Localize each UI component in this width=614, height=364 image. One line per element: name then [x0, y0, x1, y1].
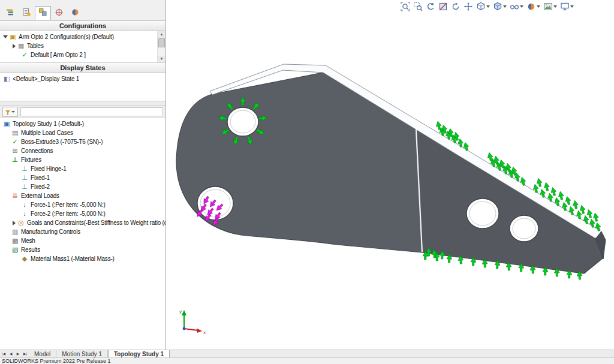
display-state-icon [2, 75, 11, 83]
chevron-down-icon [537, 5, 540, 8]
configuration-icon [8, 33, 17, 41]
tree-label: Fixtures [21, 157, 41, 163]
force-icon [20, 201, 29, 209]
zoom-to-fit-icon[interactable] [401, 2, 410, 11]
caret-right-icon[interactable] [11, 42, 17, 50]
tree-label: Fixed-1 [31, 175, 50, 181]
feature-manager-icon [6, 8, 15, 19]
pan-icon[interactable] [463, 2, 473, 11]
tree-item-manufacturing-controls[interactable]: Manufacturing Controls [0, 227, 165, 236]
tree-label: Arm Opto 2 Configuration(s) (Default) [19, 34, 114, 40]
tree-label: Goals and Constraints(-Best Stiffness to… [27, 219, 165, 226]
tree-item-default-configuration[interactable]: Default [ Arm Opto 2 ] [0, 50, 165, 59]
edit-appearance-icon[interactable] [526, 2, 540, 11]
tree-item-external-loads[interactable]: External Loads [0, 191, 165, 200]
section-view-icon[interactable] [438, 2, 448, 11]
external-loads-icon [11, 192, 19, 200]
caret-down-icon[interactable] [2, 33, 8, 41]
fixtures-icon [11, 156, 19, 164]
tree-label: Material Mass1 (-Material Mass-) [31, 255, 115, 262]
mesh-icon [11, 237, 19, 245]
model-view[interactable]: y x [166, 0, 614, 350]
feature-manager-panel: Configurations Arm Opto 2 Configuration(… [0, 0, 166, 350]
configurations-tree: Arm Opto 2 Configuration(s) (Default) Ta… [0, 31, 165, 62]
tree-item-results[interactable]: Results [0, 245, 165, 254]
load-cases-icon [11, 129, 19, 137]
tree-item-boss-extrude[interactable]: Boss-Extrude3 (-7075-T6 (SN)-) [0, 137, 165, 146]
tab-label: Motion Study 1 [62, 351, 102, 358]
tree-item-mesh[interactable]: Mesh [0, 236, 165, 245]
display-states-list: <Default>_Display State 1 [0, 73, 165, 91]
tree-item-goals-and-constraints[interactable]: Goals and Constraints(-Best Stiffness to… [0, 218, 165, 227]
tree-label: Force-1 (:Per item: -5,000 N:) [31, 201, 106, 208]
dimxpert-manager-icon [55, 8, 64, 19]
graphics-area[interactable]: y x [166, 0, 614, 350]
view-settings-icon[interactable] [560, 2, 574, 11]
tab-feature-manager[interactable] [2, 6, 19, 20]
tab-configuration-manager[interactable] [35, 6, 51, 20]
fixture-icon [20, 174, 29, 182]
previous-view-icon[interactable] [426, 2, 435, 11]
solid-body-check-icon [11, 138, 19, 146]
tree-label: Force-2 (:Per item: -5,000 N:) [31, 210, 106, 217]
tree-label: Connections [21, 148, 53, 154]
tree-label: Results [21, 246, 40, 253]
tree-item-display-state[interactable]: <Default>_Display State 1 [0, 74, 165, 83]
tree-label: Mesh [21, 237, 35, 244]
tree-item-fixed-2[interactable]: Fixed-2 [0, 182, 165, 191]
active-config-check-icon [20, 51, 29, 59]
apply-scene-icon[interactable] [543, 2, 557, 11]
document-tab-bar: Model Motion Study 1 Topology Study 1 [0, 350, 614, 358]
tree-item-fixed-hinge-1[interactable]: Fixed Hinge-1 [0, 164, 165, 173]
tab-display-manager[interactable] [67, 6, 83, 20]
tree-item-force-2[interactable]: Force-2 (:Per item: -5,000 N:) [0, 209, 165, 218]
tree-item-multiple-load-cases[interactable]: Multiple Load Cases [0, 128, 165, 137]
tree-item-topology-study[interactable]: Topology Study 1 (-Default-) [0, 119, 165, 128]
tab-property-manager[interactable] [19, 6, 35, 20]
triad-y-label: y [179, 309, 182, 314]
display-style-icon[interactable] [493, 2, 507, 11]
orientation-triad: y x [179, 309, 206, 335]
filter-funnel-icon [5, 110, 10, 113]
hide-show-items-icon[interactable] [510, 2, 523, 11]
fixture-icon [20, 183, 29, 191]
status-bar: SOLIDWORKS Premium 2022 Pre Release 1 [0, 357, 614, 364]
force-icon [20, 210, 29, 218]
tree-item-fixed-1[interactable]: Fixed-1 [0, 173, 165, 182]
property-manager-icon [22, 8, 31, 19]
view-orientation-icon[interactable] [476, 2, 490, 11]
caret-right-icon[interactable] [11, 219, 17, 227]
status-text: SOLIDWORKS Premium 2022 Pre Release 1 [2, 358, 111, 364]
tree-item-force-1[interactable]: Force-1 (:Per item: -5,000 N:) [0, 200, 165, 209]
tree-item-material-mass[interactable]: Material Mass1 (-Material Mass-) [0, 254, 165, 263]
chevron-down-icon [503, 5, 507, 8]
pane-splitter[interactable] [0, 101, 165, 106]
scroll-up-icon[interactable] [158, 31, 165, 38]
fixture-icon [20, 165, 29, 173]
material-mass-icon [20, 255, 29, 263]
pane-gap [0, 91, 165, 101]
filter-input[interactable] [20, 107, 163, 116]
chevron-down-icon [520, 5, 523, 8]
topology-study-icon [2, 120, 11, 128]
tree-item-configuration-root[interactable]: Arm Opto 2 Configuration(s) (Default) [0, 32, 165, 41]
tab-label: Model [34, 351, 50, 358]
filter-button[interactable] [2, 107, 18, 117]
display-states-header: Display States [0, 62, 165, 73]
scrollbar-thumb[interactable] [158, 38, 165, 47]
tables-icon [17, 42, 25, 50]
tab-dimxpert-manager[interactable] [51, 6, 67, 20]
triad-x-label: x [203, 330, 206, 335]
scroll-down-icon[interactable] [158, 56, 165, 62]
tree-item-tables[interactable]: Tables [0, 41, 165, 50]
tree-item-fixtures[interactable]: Fixtures [0, 155, 165, 164]
rotate-view-icon[interactable] [451, 2, 460, 11]
tree-label: Tables [27, 43, 44, 49]
config-scrollbar[interactable] [157, 31, 165, 62]
tree-label: Manufacturing Controls [21, 228, 80, 235]
tree-label: Boss-Extrude3 (-7075-T6 (SN)-) [21, 139, 103, 145]
tree-label: Fixed-2 [31, 183, 50, 190]
tree-label: Multiple Load Cases [21, 130, 73, 136]
tree-item-connections[interactable]: Connections [0, 146, 165, 155]
zoom-to-area-icon[interactable] [413, 2, 423, 11]
